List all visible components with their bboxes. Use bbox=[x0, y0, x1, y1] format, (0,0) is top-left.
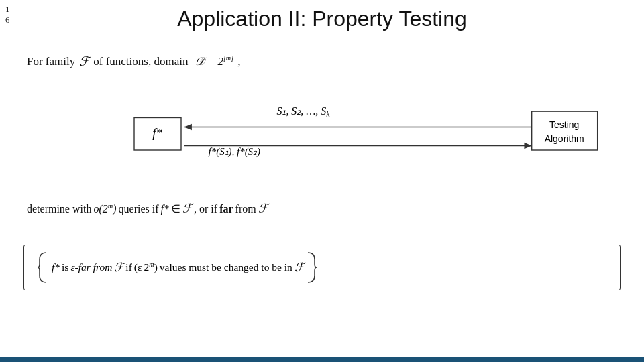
determine-comma: , or if bbox=[194, 203, 217, 215]
determine-queries: queries if bbox=[119, 203, 159, 215]
brace-fstar: f* bbox=[52, 261, 60, 274]
content-area: For family ℱ of functions, domain 𝒟 = 2[… bbox=[20, 47, 624, 342]
determine-fstar: f* bbox=[161, 203, 169, 215]
family-text-prefix: For family bbox=[27, 55, 75, 68]
diagram-area: S₁, S₂, …, Sk f*(S₁), f*(S₂) f* Testing … bbox=[40, 87, 604, 194]
svg-text:S₁, S₂, …, Sk: S₁, S₂, …, Sk bbox=[276, 105, 330, 119]
right-brace-icon bbox=[306, 251, 318, 284]
svg-marker-2 bbox=[184, 124, 192, 130]
svg-text:Testing: Testing bbox=[549, 119, 579, 130]
svg-text:f*(S₁), f*(S₂): f*(S₁), f*(S₂) bbox=[209, 146, 261, 158]
svg-text:f*: f* bbox=[152, 126, 162, 140]
brace-is: is bbox=[62, 261, 68, 274]
family-D: 𝒟 = 2[m] bbox=[195, 54, 233, 68]
brace-paren: (ε 2m) bbox=[134, 261, 158, 274]
determine-prefix: determine with bbox=[27, 203, 91, 215]
family-text-mid: of functions, domain bbox=[93, 55, 188, 68]
svg-marker-5 bbox=[524, 143, 531, 149]
brace-if: if bbox=[125, 261, 131, 274]
left-brace-icon bbox=[36, 251, 48, 284]
determine-line: determine with o(2m) queries if f* ∈ ℱ ,… bbox=[27, 201, 268, 216]
brace-container: f* is ε-far from ℱ if (ε 2m) values must… bbox=[23, 245, 621, 290]
bottom-accent-bar bbox=[0, 357, 644, 362]
brace-F2: ℱ bbox=[294, 260, 304, 275]
brace-values: values must be changed to be in bbox=[160, 261, 292, 274]
family-line: For family ℱ of functions, domain 𝒟 = 2[… bbox=[27, 54, 240, 69]
determine-far: far bbox=[219, 203, 233, 215]
svg-text:Algorithm: Algorithm bbox=[545, 133, 584, 144]
determine-in: ∈ bbox=[171, 202, 180, 215]
family-comma: , bbox=[237, 55, 240, 68]
diagram-svg: S₁, S₂, …, Sk f*(S₁), f*(S₂) f* Testing … bbox=[40, 87, 604, 194]
brace-eps: ε-far from bbox=[70, 261, 112, 274]
determine-o: o(2m) bbox=[93, 202, 116, 215]
svg-rect-8 bbox=[532, 111, 598, 150]
determine-from: from bbox=[235, 203, 256, 215]
brace-F: ℱ bbox=[114, 260, 123, 275]
family-F: ℱ bbox=[79, 54, 89, 69]
slide-title: Application II: Property Testing bbox=[0, 7, 644, 32]
determine-F: ℱ bbox=[182, 201, 192, 216]
determine-F2: ℱ bbox=[258, 201, 268, 216]
